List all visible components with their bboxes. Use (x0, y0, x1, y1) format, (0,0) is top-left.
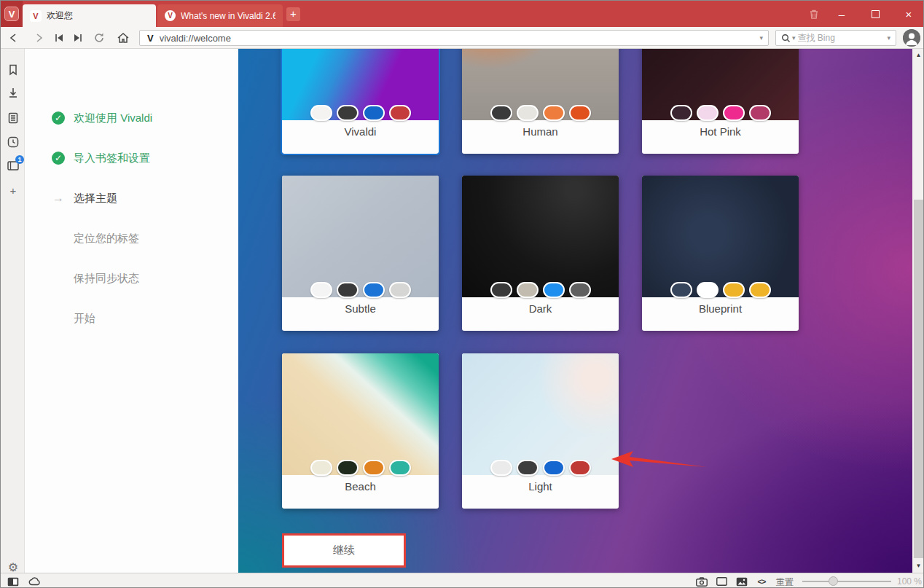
theme-swatches (282, 282, 439, 298)
content-area: 1 + ⚙ ✓ 欢迎使用 Vivaldi ✓ 导入书签和设置 → 选择主题 定位… (1, 49, 924, 573)
step-label: 导入书签和设置 (74, 152, 150, 165)
zoom-slider-track[interactable] (802, 581, 891, 582)
theme-card-subtle[interactable]: Subtle (282, 176, 439, 331)
sync-cloud-icon[interactable] (28, 576, 42, 587)
zoom-reset-button[interactable]: 重置 (776, 576, 794, 588)
theme-name: Hot Pink (642, 125, 799, 138)
step-choose-theme[interactable]: → 选择主题 (52, 189, 117, 207)
minimize-button[interactable]: – (831, 1, 853, 27)
reload-button[interactable] (90, 29, 108, 47)
theme-card-dark[interactable]: Dark (462, 176, 619, 331)
fast-forward-button[interactable] (69, 29, 87, 47)
theme-card-hot-pink[interactable]: Hot Pink (642, 49, 799, 154)
step-label: 定位您的标签 (74, 232, 139, 246)
color-swatch (569, 105, 591, 121)
add-panel-icon[interactable]: + (7, 184, 20, 197)
continue-button[interactable]: 继续 (282, 533, 406, 568)
color-swatch (363, 282, 385, 298)
history-icon[interactable] (7, 136, 20, 149)
step-stay-synced[interactable]: 保持同步状态 (52, 270, 139, 287)
address-bar: V ▾ (139, 30, 769, 46)
scrollbar[interactable]: ▲ ▼ (912, 49, 924, 573)
tab-welcome[interactable]: V 欢迎您 (23, 4, 156, 27)
rewind-button[interactable] (50, 29, 68, 47)
theme-swatches (462, 282, 619, 298)
forward-button[interactable] (30, 29, 47, 47)
theme-preview (282, 176, 439, 297)
theme-name: Vivaldi (282, 125, 439, 138)
color-swatch (310, 460, 332, 476)
bookmarks-icon[interactable] (7, 63, 20, 77)
color-swatch (517, 105, 539, 121)
tiling-icon[interactable] (715, 576, 728, 587)
windows-panel-icon[interactable]: 1 (7, 160, 20, 173)
search-engine-dropdown-icon[interactable]: ▾ (792, 34, 798, 42)
images-toggle-icon[interactable] (735, 576, 748, 587)
color-swatch (670, 282, 692, 298)
search-icon[interactable] (776, 34, 792, 43)
close-button[interactable]: × (898, 1, 920, 27)
back-button[interactable] (5, 29, 23, 47)
theme-card-vivaldi[interactable]: Vivaldi (282, 49, 439, 154)
theme-card-beach[interactable]: Beach (282, 353, 439, 509)
welcome-steps-panel: ✓ 欢迎使用 Vivaldi ✓ 导入书签和设置 → 选择主题 定位您的标签 保… (25, 49, 238, 573)
vivaldi-favicon-icon: V (30, 10, 42, 22)
annotation-arrow-icon (611, 451, 708, 471)
home-button[interactable] (114, 29, 132, 47)
theme-name: Subtle (282, 302, 439, 315)
color-swatch (490, 460, 512, 476)
notes-icon[interactable] (7, 111, 20, 125)
search-dropdown-icon[interactable]: ▾ (882, 34, 896, 42)
tab-label: What's new in Vivaldi 2.6 | (181, 11, 275, 21)
capture-camera-icon[interactable] (695, 576, 708, 587)
maximize-button[interactable] (864, 1, 886, 27)
site-badge-icon: V (140, 33, 160, 44)
scroll-up-icon[interactable]: ▲ (912, 50, 924, 60)
panel-toggle-icon[interactable] (7, 576, 20, 587)
tab-label: 欢迎您 (47, 9, 73, 22)
theme-name: Beach (282, 480, 439, 493)
color-swatch (337, 282, 359, 298)
color-swatch (517, 460, 539, 476)
tab-bar: V V 欢迎您 V What's new in Vivaldi 2.6 | + … (1, 1, 924, 27)
check-icon: ✓ (52, 111, 65, 125)
windows-count-badge: 1 (15, 155, 24, 164)
theme-preview (642, 176, 799, 297)
color-swatch (389, 105, 411, 121)
tab-whats-new[interactable]: V What's new in Vivaldi 2.6 | (157, 4, 283, 27)
theme-card-human[interactable]: Human (462, 49, 619, 154)
scrollbar-thumb[interactable] (914, 200, 923, 558)
search-input[interactable] (798, 33, 882, 43)
step-start[interactable]: 开始 (52, 310, 95, 327)
color-swatch (490, 282, 512, 298)
color-swatch (723, 282, 745, 298)
color-swatch (310, 105, 332, 121)
theme-name: Dark (462, 302, 619, 315)
page-actions-icon[interactable]: <> (755, 576, 768, 587)
downloads-icon[interactable] (7, 87, 20, 100)
theme-preview (282, 353, 439, 475)
color-swatch (697, 282, 719, 298)
panel-strip: 1 + ⚙ (1, 49, 25, 573)
trash-icon[interactable] (803, 1, 825, 27)
zoom-slider-handle[interactable] (829, 576, 838, 586)
step-label: 开始 (74, 312, 95, 326)
theme-card-light[interactable]: Light (462, 353, 619, 509)
color-swatch (749, 105, 771, 121)
address-dropdown-icon[interactable]: ▾ (754, 34, 768, 42)
vivaldi-logo-icon: V (4, 7, 19, 21)
step-position-tabs[interactable]: 定位您的标签 (52, 230, 139, 247)
new-tab-button[interactable]: + (286, 7, 300, 21)
theme-swatches (462, 105, 619, 121)
step-welcome[interactable]: ✓ 欢迎使用 Vivaldi (52, 109, 152, 127)
browser-window: V V 欢迎您 V What's new in Vivaldi 2.6 | + … (0, 0, 924, 588)
color-swatch (569, 460, 591, 476)
step-import[interactable]: ✓ 导入书签和设置 (52, 149, 150, 167)
theme-preview (462, 353, 619, 475)
color-swatch (697, 105, 719, 121)
theme-card-blueprint[interactable]: Blueprint (642, 176, 799, 331)
address-input[interactable] (160, 33, 755, 44)
profile-avatar[interactable] (903, 29, 920, 47)
scroll-down-icon[interactable]: ▼ (912, 561, 924, 571)
vivaldi-menu-button[interactable]: V (1, 1, 23, 27)
